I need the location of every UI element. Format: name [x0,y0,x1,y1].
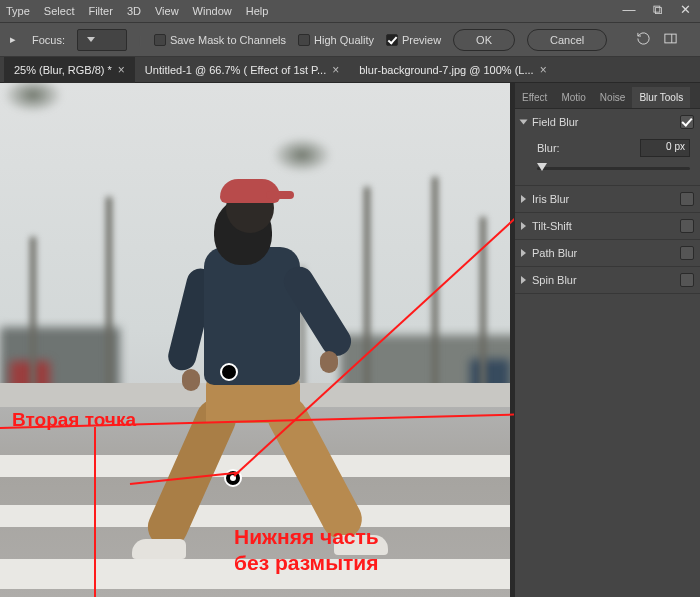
person [148,183,378,583]
caret-icon [521,222,526,230]
panel-toggle-icon[interactable] [663,31,678,48]
menu-filter[interactable]: Filter [88,5,112,17]
section-tilt-shift: Tilt-Shift [515,213,700,240]
checkbox-icon [154,34,166,46]
tab-label: Untitled-1 @ 66.7% ( Effect of 1st P... [145,64,326,76]
section-title: Iris Blur [532,193,569,205]
menu-help[interactable]: Help [246,5,269,17]
section-enable-checkbox[interactable] [680,273,694,287]
blur-value-input[interactable]: 0 px [640,139,690,157]
caret-icon [521,249,526,257]
workarea: Вторая точка Нижняя часть без размытия E… [0,83,700,597]
close-icon[interactable]: ✕ [676,2,694,18]
save-mask-checkbox[interactable]: Save Mask to Channels [154,34,286,46]
menu-bar: Type Select Filter 3D View Window Help [0,0,700,22]
section-title: Tilt-Shift [532,220,572,232]
blur-pin-2[interactable] [224,469,242,487]
section-enable-checkbox[interactable] [680,219,694,233]
caret-icon [521,276,526,284]
section-enable-checkbox[interactable] [680,115,694,129]
preview-checkbox[interactable]: Preview [386,34,441,46]
blur-slider[interactable] [537,161,690,175]
window-controls: — ⧉ ✕ [620,2,694,18]
checkbox-icon [386,34,398,46]
section-enable-checkbox[interactable] [680,246,694,260]
options-bar: ▸ Focus: | Save Mask to Channels High Qu… [0,22,700,57]
menu-view[interactable]: View [155,5,179,17]
blur-label: Blur: [537,142,560,154]
tab-document-1[interactable]: 25% (Blur, RGB/8) * × [4,57,135,83]
tab-label: blur-background-7.jpg @ 100% (L... [359,64,533,76]
section-header-iris-blur[interactable]: Iris Blur [515,186,700,212]
svg-rect-0 [665,34,676,43]
tab-label: 25% (Blur, RGB/8) * [14,64,112,76]
panel-tab-noise[interactable]: Noise [593,87,633,108]
tool-caret-icon[interactable]: ▸ [6,33,20,46]
panel-tabs: Effect Motio Noise Blur Tools [515,83,700,109]
blur-tools-panel: Effect Motio Noise Blur Tools Field Blur… [514,83,700,597]
close-icon[interactable]: × [118,63,125,77]
menu-type[interactable]: Type [6,5,30,17]
section-spin-blur: Spin Blur [515,267,700,294]
chevron-down-icon [87,37,95,42]
cancel-button[interactable]: Cancel [527,29,607,51]
high-quality-label: High Quality [314,34,374,46]
menu-select[interactable]: Select [44,5,75,17]
section-header-tilt-shift[interactable]: Tilt-Shift [515,213,700,239]
save-mask-label: Save Mask to Channels [170,34,286,46]
close-icon[interactable]: × [540,63,547,77]
caret-icon [521,195,526,203]
menu-3d[interactable]: 3D [127,5,141,17]
panel-tab-motion[interactable]: Motio [554,87,592,108]
focus-dropdown[interactable] [77,29,127,51]
restore-icon[interactable]: ⧉ [648,2,666,18]
section-enable-checkbox[interactable] [680,192,694,206]
section-title: Path Blur [532,247,577,259]
canvas-area[interactable]: Вторая точка Нижняя часть без размытия [0,83,514,597]
section-header-spin-blur[interactable]: Spin Blur [515,267,700,293]
blur-pin-1[interactable] [220,363,238,381]
minimize-icon[interactable]: — [620,2,638,18]
section-header-path-blur[interactable]: Path Blur [515,240,700,266]
tab-document-2[interactable]: Untitled-1 @ 66.7% ( Effect of 1st P... … [135,57,349,83]
section-path-blur: Path Blur [515,240,700,267]
panel-tab-blur-tools[interactable]: Blur Tools [632,87,690,108]
preview-label: Preview [402,34,441,46]
section-field-blur: Field Blur Blur: 0 px [515,109,700,186]
panel-tab-effect[interactable]: Effect [515,87,554,108]
menu-window[interactable]: Window [193,5,232,17]
caret-icon [520,120,528,125]
section-header-field-blur[interactable]: Field Blur [515,109,700,135]
section-iris-blur: Iris Blur [515,186,700,213]
tab-document-3[interactable]: blur-background-7.jpg @ 100% (L... × [349,57,556,83]
ok-button[interactable]: OK [453,29,515,51]
focus-label: Focus: [32,34,65,46]
document-tabs: 25% (Blur, RGB/8) * × Untitled-1 @ 66.7%… [0,57,700,83]
high-quality-checkbox[interactable]: High Quality [298,34,374,46]
canvas[interactable] [0,83,510,597]
checkbox-icon [298,34,310,46]
reset-icon[interactable] [636,31,651,48]
section-title: Spin Blur [532,274,577,286]
section-title: Field Blur [532,116,578,128]
close-icon[interactable]: × [332,63,339,77]
